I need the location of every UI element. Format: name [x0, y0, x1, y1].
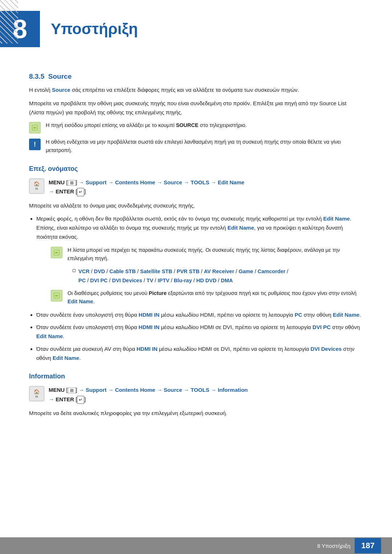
device-list-box: VCR / DVD / Cable STB / Satellite STB / …: [73, 267, 363, 285]
footer-page-number: 187: [355, 538, 381, 553]
bullet-item-4: Όταν συνδέετε μια συσκευή AV στη θύρα HD…: [36, 345, 363, 363]
pencil-icon-2: ✏: [51, 247, 62, 258]
note-text-1: Η πηγή εισόδου μπορεί επίσης να αλλάξει …: [46, 121, 247, 130]
warning-text-1: Η οθόνη ενδέχεται να μην προβάλλεται σωσ…: [46, 138, 363, 155]
subsection-editname-title: Επεξ. ονόματος: [29, 165, 363, 173]
diagonal-pattern: [0, 0, 18, 44]
warning-icon-1: !: [29, 139, 41, 150]
bullet-item-3: Όταν συνδέετε έναν υπολογιστή στη θύρα H…: [36, 323, 363, 341]
subsection-information-title: Information: [29, 373, 363, 380]
footer: 8 Υποστήριξη 187: [0, 537, 392, 554]
information-description: Μπορείτε να δείτε αναλυτικές πληροφορίες…: [29, 409, 363, 418]
page: 8 Υποστήριξη 8.3.5 Source Η εντολή Sourc…: [0, 0, 392, 554]
footer-label: 8 Υποστήριξη: [317, 543, 350, 549]
editname-description: Μπορείτε να αλλάξετε το όνομα μιας συνδε…: [29, 201, 363, 210]
sub-note-list: ✏ Η λίστα μπορεί να περιέχει τις παρακάτ…: [51, 246, 363, 285]
bullet-item-2: Όταν συνδέετε έναν υπολογιστή στη θύρα H…: [36, 311, 363, 320]
pencil-icon-1: ✏: [29, 122, 41, 134]
bullet-item-1: Μερικές φορές, η οθόνη δεν θα προβάλλετα…: [36, 214, 363, 306]
intro-paragraph-1: Η εντολή Source σάς επιτρέπει να επιλέξε…: [29, 86, 363, 95]
sub-note-list-text: Η λίστα μπορεί να περιέχει τις παρακάτω …: [68, 246, 363, 263]
pencil-icon-3: ✏: [51, 290, 62, 301]
menu-nav-editname-text: MENU [⊞] → Support → Contents Home → Sou…: [49, 178, 244, 196]
note-box-1: ✏ Η πηγή εισόδου μπορεί επίσης να αλλάξε…: [29, 121, 363, 134]
small-square-icon: [73, 269, 75, 272]
menu-nav-information-text: MENU [⊞] → Support → Contents Home → Sou…: [49, 385, 248, 404]
chapter-title: Υποστήριξη: [51, 20, 138, 38]
section-title: 8.3.5 Source: [29, 73, 363, 81]
menu-icon-information: 🏠 m: [29, 386, 44, 401]
svg-text:✏: ✏: [55, 251, 58, 255]
main-content: 8.3.5 Source Η εντολή Source σάς επιτρέπ…: [0, 58, 392, 444]
menu-nav-information: 🏠 m MENU [⊞] → Support → Contents Home →…: [29, 385, 363, 404]
sub-note-picture-text: Οι διαθέσιμες ρυθμίσεις του μενού Pictur…: [68, 289, 363, 306]
menu-icon-editname: 🏠 m: [29, 178, 44, 194]
intro-paragraph-2: Μπορείτε να προβάλετε την οθόνη μιας συσ…: [29, 99, 363, 117]
chapter-header: 8 Υποστήριξη: [0, 0, 392, 54]
svg-text:✏: ✏: [55, 294, 58, 298]
svg-text:✏: ✏: [33, 126, 37, 130]
warning-box-1: ! Η οθόνη ενδέχεται να μην προβάλλεται σ…: [29, 138, 363, 155]
menu-nav-editname: 🏠 m MENU [⊞] → Support → Contents Home →…: [29, 178, 363, 196]
sub-note-picture: ✏ Οι διαθέσιμες ρυθμίσεις του μενού Pict…: [51, 289, 363, 306]
editname-bullet-list: Μερικές φορές, η οθόνη δεν θα προβάλλετα…: [36, 214, 363, 362]
device-list-text: VCR / DVD / Cable STB / Satellite STB / …: [78, 267, 288, 285]
